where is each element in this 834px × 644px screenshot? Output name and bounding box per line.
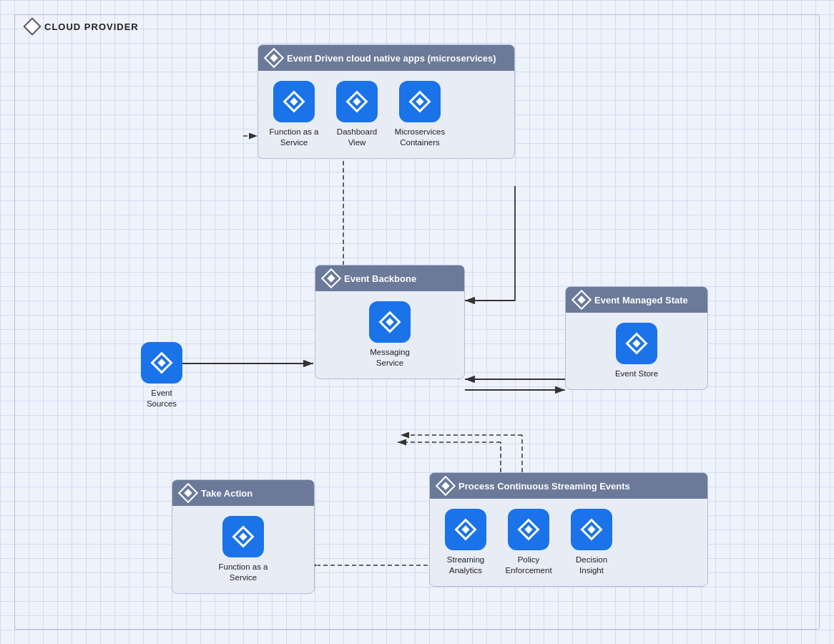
messaging-service-label: Messaging Service [364, 347, 416, 369]
cloud-provider-diamond-icon [23, 17, 41, 35]
function-as-service-2-node: Function as a Service [217, 516, 269, 583]
group-event-driven: Event Driven cloud native apps (microser… [257, 44, 515, 159]
group-process-streaming: Process Continuous Streaming Events Stre… [429, 472, 708, 587]
messaging-service-icon [369, 301, 411, 343]
group-process-streaming-icon [436, 476, 456, 496]
group-event-backbone-title: Event Backbone [344, 273, 416, 284]
group-event-driven-content: Function as a Service Dashboard View Mic… [258, 71, 514, 158]
microservices-containers-icon [399, 81, 441, 122]
decision-insight-diamond [580, 518, 602, 540]
dashboard-view-diamond [345, 90, 368, 112]
function-as-service-2-icon [222, 516, 264, 557]
streaming-analytics-icon [445, 509, 486, 550]
group-process-streaming-title: Process Continuous Streaming Events [458, 481, 630, 492]
group-event-driven-title: Event Driven cloud native apps (microser… [287, 53, 496, 64]
microservices-containers-label: Microservices Containers [394, 127, 446, 148]
event-sources-diamond [150, 351, 172, 374]
function-as-service-1-label: Function as a Service [268, 127, 320, 148]
event-store-diamond [625, 332, 647, 354]
decision-insight-node: Decision Insight [566, 509, 617, 576]
event-store-icon [616, 323, 657, 364]
group-event-managed-title: Event Managed State [594, 295, 688, 306]
streaming-analytics-node: Streaming Analytics [440, 509, 491, 576]
streaming-analytics-label: Streaming Analytics [440, 555, 491, 576]
streaming-analytics-diamond [454, 518, 476, 540]
function-as-service-1-node: Function as a Service [268, 81, 320, 148]
event-sources-icon [141, 342, 182, 384]
group-process-streaming-content: Streaming Analytics Policy Enforcement D… [430, 499, 707, 586]
function-as-service-2-label: Function as a Service [217, 562, 269, 583]
group-event-backbone-header: Event Backbone [315, 265, 464, 291]
policy-enforcement-diamond [517, 518, 539, 540]
group-take-action-header: Take Action [172, 480, 314, 506]
group-event-backbone-content: Messaging Service [315, 291, 464, 379]
function-as-service-1-icon [273, 81, 315, 122]
microservices-containers-node: Microservices Containers [394, 81, 446, 148]
event-sources-node: Event Sources [136, 342, 187, 409]
group-process-streaming-header: Process Continuous Streaming Events [430, 473, 707, 499]
group-take-action-icon [178, 483, 198, 503]
policy-enforcement-node: Policy Enforcement [503, 509, 554, 576]
dashboard-view-icon [336, 81, 378, 122]
group-take-action: Take Action Function as a Service [172, 479, 315, 594]
group-event-driven-header: Event Driven cloud native apps (microser… [258, 45, 514, 71]
event-store-node: Event Store [615, 323, 658, 379]
function-as-service-2-diamond [232, 525, 254, 547]
group-event-managed-header: Event Managed State [566, 287, 707, 313]
group-event-driven-icon [264, 48, 284, 68]
decision-insight-icon [571, 509, 612, 550]
messaging-service-node: Messaging Service [364, 301, 416, 369]
group-take-action-title: Take Action [201, 488, 252, 499]
group-event-managed-content: Event Store [566, 313, 707, 389]
microservices-containers-diamond [408, 90, 431, 112]
group-event-backbone-icon [321, 268, 341, 288]
group-event-managed: Event Managed State Event Store [565, 286, 708, 390]
event-store-label: Event Store [615, 369, 658, 379]
group-event-managed-icon [571, 290, 592, 310]
dashboard-view-node: Dashboard View [331, 81, 383, 148]
decision-insight-label: Decision Insight [566, 555, 617, 576]
group-take-action-content: Function as a Service [172, 506, 314, 593]
function-as-service-1-diamond [283, 90, 305, 112]
policy-enforcement-label: Policy Enforcement [503, 555, 554, 576]
cloud-provider-label: CLOUD PROVIDER [26, 20, 139, 33]
cloud-provider-text: CLOUD PROVIDER [44, 21, 139, 32]
event-sources-label: Event Sources [136, 388, 187, 409]
group-event-backbone: Event Backbone Messaging Service [315, 265, 465, 379]
messaging-service-diamond [378, 311, 401, 333]
policy-enforcement-icon [508, 509, 549, 550]
canvas: CLOUD PROVIDER [0, 0, 834, 644]
dashboard-view-label: Dashboard View [331, 127, 383, 148]
